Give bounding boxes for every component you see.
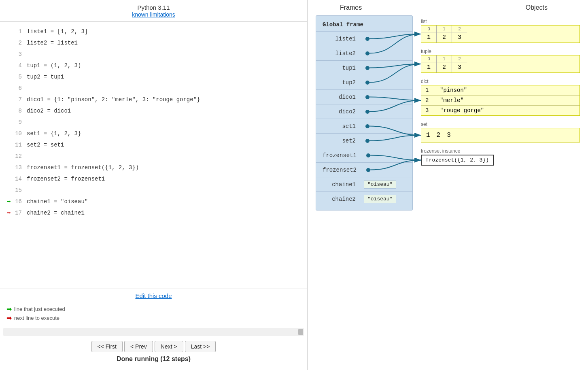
code-area: 1liste1 = [1, 2, 3]2liste2 = liste134tup… — [0, 22, 307, 289]
line-number-1: 1 — [14, 28, 27, 35]
frames-header: Frames — [340, 4, 362, 11]
tuple-val-1: 2 — [437, 62, 452, 72]
frame-var-liste2: liste2 — [316, 49, 361, 58]
list-index-1: 1 — [437, 26, 452, 32]
frame-row-frozenset2: frozenset2 — [316, 162, 412, 177]
frame-val-liste1 — [361, 35, 412, 43]
green-arrow-icon: ➡ — [6, 305, 12, 313]
frame-var-set1: set1 — [316, 121, 361, 131]
frame-val-frozenset1 — [361, 152, 412, 159]
dict-row-2: 3"rouge gorge" — [421, 106, 580, 115]
pointer-dot-tup1 — [365, 66, 369, 70]
first-button[interactable]: << First — [91, 341, 123, 352]
legend-red-text: next line to execute — [14, 315, 59, 321]
list-cell-2: 23 — [452, 26, 467, 43]
frame-var-chaine1: chaine1 — [316, 180, 361, 189]
dict-val-1: "merle" — [440, 97, 464, 104]
dict-row-1: 2"merle" — [421, 96, 580, 106]
frame-title: Global frame — [316, 20, 412, 31]
pointer-dot-frozenset1 — [366, 153, 370, 157]
frame-row-liste2: liste2 — [316, 46, 412, 60]
frame-var-frozenset1: frozenset1 — [316, 151, 361, 160]
list-object: list 011223 — [421, 19, 580, 43]
pointer-dot-dico1 — [365, 95, 369, 99]
tuple-box: 011223 — [421, 55, 580, 73]
line-arrow-16: ➡ — [4, 198, 14, 206]
list-cell-0: 01 — [421, 26, 437, 43]
code-line-12: 12 — [0, 151, 307, 162]
line-code-11: set2 = set1 — [27, 142, 64, 148]
objects-header: Objects — [526, 4, 548, 11]
next-button[interactable]: Next > — [155, 341, 183, 352]
line-code-2: liste2 = liste1 — [27, 40, 78, 46]
edit-code-link[interactable]: Edit this code — [135, 292, 172, 299]
frame-row-chaine2: chaine2"oiseau" — [316, 191, 412, 206]
left-panel: Python 3.11 known limitations 1liste1 = … — [0, 0, 308, 370]
line-code-7: dico1 = {1: "pinson", 2: "merle", 3: "ro… — [27, 96, 200, 103]
code-line-10: 10set1 = {1, 2, 3} — [0, 128, 307, 139]
list-box: 011223 — [421, 25, 580, 43]
status-text: Done running (12 steps) — [0, 354, 307, 366]
frame-row-dico1: dico1 — [316, 89, 412, 104]
red-arrow-icon: ➡ — [6, 314, 12, 322]
frame-row-set2: set2 — [316, 133, 412, 148]
line-number-17: 17 — [14, 210, 27, 216]
list-val-1: 2 — [437, 32, 452, 43]
inline-val-chaine2: "oiseau" — [364, 195, 396, 203]
code-line-2: 2liste2 = liste1 — [0, 37, 307, 49]
code-line-1: 1liste1 = [1, 2, 3] — [0, 26, 307, 37]
prev-button[interactable]: < Prev — [124, 341, 153, 352]
right-headers: Frames Objects — [316, 4, 580, 15]
code-line-14: 14frozenset2 = frozenset1 — [0, 173, 307, 185]
frame-var-chaine2: chaine2 — [316, 194, 361, 204]
pointer-dot-tup2 — [365, 81, 369, 85]
frame-row-set1: set1 — [316, 119, 412, 133]
tuple-index-0: 0 — [421, 55, 436, 62]
pointer-dot-set1 — [365, 124, 369, 128]
tuple-index-1: 1 — [437, 55, 452, 62]
frames-section: Global frame liste1liste2tup1tup2dico1di… — [316, 15, 413, 211]
code-line-9: 9 — [0, 117, 307, 128]
list-label: list — [421, 19, 580, 24]
frame-var-liste1: liste1 — [316, 34, 361, 44]
line-number-2: 2 — [14, 40, 27, 46]
last-button[interactable]: Last >> — [185, 341, 216, 352]
line-code-14: frozenset2 = frozenset1 — [27, 176, 105, 182]
visualization: Global frame liste1liste2tup1tup2dico1di… — [316, 15, 580, 211]
line-number-8: 8 — [14, 108, 27, 114]
frame-val-liste2 — [361, 50, 412, 57]
code-line-5: 5tup2 = tup1 — [0, 71, 307, 83]
tuple-label: tuple — [421, 49, 580, 54]
code-line-7: 7dico1 = {1: "pinson", 2: "merle", 3: "r… — [0, 94, 307, 105]
frame-val-frozenset2 — [361, 166, 412, 174]
line-code-10: set1 = {1, 2, 3} — [27, 130, 81, 137]
set-object: set 123 — [421, 121, 580, 142]
line-number-14: 14 — [14, 176, 27, 182]
frame-row-frozenset1: frozenset1 — [316, 148, 412, 162]
code-line-8: 8dico2 = dico1 — [0, 105, 307, 117]
scrollbar[interactable] — [3, 328, 304, 336]
tuple-cell-2: 23 — [452, 55, 467, 72]
code-line-17: ➡17chaine2 = chaine1 — [0, 207, 307, 219]
line-code-16: chaine1 = "oiseau" — [27, 198, 88, 205]
tuple-cell-1: 12 — [437, 55, 452, 72]
list-cell-1: 12 — [437, 26, 452, 43]
header-section: Python 3.11 known limitations — [0, 0, 307, 22]
frame-row-dico2: dico2 — [316, 104, 412, 119]
right-panel: Frames Objects Global frame liste1liste2… — [308, 0, 588, 370]
pointer-dot-liste2 — [365, 51, 369, 55]
code-line-3: 3 — [0, 49, 307, 60]
frame-var-tup1: tup1 — [316, 63, 361, 73]
known-limitations-link[interactable]: known limitations — [132, 11, 175, 18]
legend-red: ➡ next line to execute — [6, 314, 301, 322]
line-number-3: 3 — [14, 51, 27, 57]
line-number-10: 10 — [14, 130, 27, 137]
dict-row-0: 1"pinson" — [421, 85, 580, 96]
line-arrow-17: ➡ — [4, 209, 14, 217]
frame-var-dico1: dico1 — [316, 92, 361, 102]
code-line-11: 11set2 = set1 — [0, 139, 307, 151]
frame-row-tup1: tup1 — [316, 60, 412, 75]
dict-key-0: 1 — [425, 87, 433, 94]
frame-val-dico1 — [361, 94, 412, 101]
pointer-dot-set2 — [365, 139, 369, 143]
